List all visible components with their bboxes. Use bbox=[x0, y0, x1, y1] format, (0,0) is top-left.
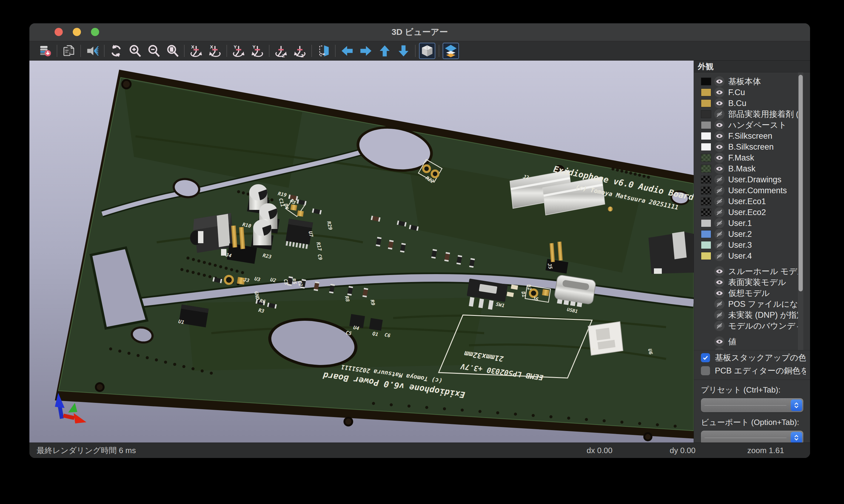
visibility-off-icon[interactable] bbox=[714, 196, 725, 206]
visibility-on-icon[interactable] bbox=[714, 87, 725, 97]
visibility-off-icon[interactable] bbox=[714, 321, 725, 331]
visibility-on-icon[interactable] bbox=[714, 347, 725, 350]
visibility-off-icon[interactable] bbox=[714, 207, 725, 217]
dropdown-stepper-icon[interactable] bbox=[791, 432, 802, 444]
visibility-on-icon[interactable] bbox=[714, 152, 725, 163]
layer-color-swatch[interactable] bbox=[701, 252, 711, 260]
layer-label: User.2 bbox=[728, 230, 752, 239]
layer-label: F.Silkscreen bbox=[728, 131, 773, 141]
dropdown-stepper-icon[interactable] bbox=[791, 399, 802, 411]
rotate-y-cw-button[interactable]: Y bbox=[230, 43, 247, 59]
visibility-on-icon[interactable] bbox=[714, 76, 725, 87]
layer-label: User.Eco1 bbox=[728, 197, 766, 206]
visibility-off-icon[interactable] bbox=[714, 218, 725, 228]
layer-color-swatch[interactable] bbox=[701, 143, 711, 151]
visibility-on-icon[interactable] bbox=[714, 277, 725, 287]
layer-list: 基板本体F.CuB.Cu部品実装用接着剤 (AdhハンダペーストF.Silksc… bbox=[694, 72, 810, 350]
visibility-on-icon[interactable] bbox=[714, 266, 725, 276]
layer-row: スルーホール モデル bbox=[694, 266, 810, 277]
visibility-off-icon[interactable] bbox=[714, 175, 725, 185]
visibility-on-icon[interactable] bbox=[714, 164, 725, 174]
checkbox-label: PCB エディターの銅色を使用 bbox=[715, 365, 806, 376]
move-left-button[interactable] bbox=[339, 43, 355, 59]
layer-label: モデルのバウンディング bbox=[728, 321, 801, 331]
flip-icon bbox=[316, 44, 330, 58]
visibility-off-icon[interactable] bbox=[714, 109, 725, 119]
layer-color-swatch[interactable] bbox=[701, 154, 711, 162]
zoom-in-button[interactable] bbox=[127, 43, 143, 59]
layer-color-swatch[interactable] bbox=[701, 110, 711, 118]
layer-row: 値 bbox=[694, 336, 810, 347]
appearance-toggle[interactable] bbox=[443, 43, 459, 59]
zoom-out-button[interactable] bbox=[145, 43, 162, 59]
layer-row: 仮想モデル bbox=[694, 288, 810, 299]
ref-designator: U1 bbox=[178, 318, 185, 325]
layer-row: User.Comments bbox=[694, 185, 810, 196]
layer-color-swatch[interactable] bbox=[701, 241, 711, 249]
dy-value: dy 0.00 bbox=[670, 443, 695, 458]
toolbar: X X Y Y Z Z bbox=[30, 41, 810, 60]
layer-color-swatch[interactable] bbox=[701, 230, 711, 238]
layer-label: B.Cu bbox=[728, 99, 746, 108]
rotate-z-cw-button[interactable]: Z bbox=[273, 43, 289, 59]
visibility-on-icon[interactable] bbox=[714, 288, 725, 298]
ref-designator: U3 bbox=[254, 276, 261, 283]
layer-color-swatch[interactable] bbox=[701, 88, 711, 96]
visibility-off-icon[interactable] bbox=[714, 229, 725, 239]
layer-color-swatch[interactable] bbox=[701, 186, 711, 195]
visibility-on-icon[interactable] bbox=[714, 337, 725, 347]
rotate-y-ccw-button[interactable]: Y bbox=[249, 43, 265, 59]
arrow-right-icon bbox=[359, 44, 373, 58]
checkbox-checked-icon[interactable] bbox=[701, 353, 710, 362]
toolbar-separator bbox=[269, 45, 270, 57]
layer-color-swatch[interactable] bbox=[701, 219, 711, 227]
layer-label: ハンダペースト bbox=[728, 120, 787, 130]
color-options: 基板スタックアップの色を使用PCB エディターの銅色を使用 bbox=[694, 350, 810, 377]
layer-label: 値 bbox=[728, 336, 736, 347]
redraw-button[interactable] bbox=[108, 43, 124, 59]
zoom-fit-button[interactable] bbox=[164, 43, 181, 59]
visibility-on-icon[interactable] bbox=[714, 131, 725, 141]
visibility-off-icon[interactable] bbox=[714, 185, 725, 196]
viewport-canvas[interactable]: Exidiophone v6.0 Audio Board (c) Tomoya … bbox=[30, 60, 694, 443]
visibility-off-icon[interactable] bbox=[714, 299, 725, 309]
rotate-x-ccw-icon: X bbox=[208, 44, 222, 58]
flip-board-button[interactable] bbox=[315, 43, 332, 59]
toolbar-separator bbox=[184, 45, 185, 57]
rotate-z-cw-icon: Z bbox=[274, 44, 288, 58]
layer-color-swatch[interactable] bbox=[701, 132, 711, 140]
reload-board-button[interactable] bbox=[37, 43, 53, 59]
scrollbar-thumb[interactable] bbox=[798, 75, 803, 291]
layer-color-swatch[interactable] bbox=[701, 165, 711, 173]
layer-color-swatch[interactable] bbox=[701, 176, 711, 183]
visibility-on-icon[interactable] bbox=[714, 98, 725, 108]
copy-image-button[interactable] bbox=[61, 43, 77, 59]
copy-icon bbox=[62, 44, 76, 58]
layer-row: ハンダペースト bbox=[694, 120, 810, 130]
visibility-off-icon[interactable] bbox=[714, 240, 725, 250]
visibility-on-icon[interactable] bbox=[714, 142, 725, 152]
layer-color-swatch[interactable] bbox=[701, 77, 711, 85]
rotate-z-ccw-button[interactable]: Z bbox=[292, 43, 308, 59]
rotate-x-ccw-button[interactable]: X bbox=[207, 43, 223, 59]
preset-dropdown[interactable] bbox=[701, 398, 803, 412]
layer-label: POS ファイルにないモ bbox=[728, 299, 801, 309]
layer-color-swatch[interactable] bbox=[701, 121, 711, 129]
move-up-button[interactable] bbox=[377, 43, 393, 59]
move-right-button[interactable] bbox=[358, 43, 374, 59]
move-down-button[interactable] bbox=[395, 43, 412, 59]
visibility-on-icon[interactable] bbox=[714, 120, 725, 130]
layer-color-swatch[interactable] bbox=[701, 197, 711, 205]
visibility-off-icon[interactable] bbox=[714, 310, 725, 320]
audio-jack-right bbox=[649, 231, 694, 274]
ref-designator: U2 bbox=[270, 276, 277, 284]
rotate-x-cw-button[interactable]: X bbox=[188, 43, 204, 59]
layer-color-swatch[interactable] bbox=[701, 100, 711, 107]
layer-color-swatch[interactable] bbox=[701, 209, 711, 216]
orthographic-toggle[interactable] bbox=[419, 43, 435, 59]
raytracing-button[interactable] bbox=[84, 43, 101, 59]
ref-designator: R8 bbox=[344, 295, 351, 302]
checkbox-unchecked-icon[interactable] bbox=[701, 366, 710, 375]
usb-connector bbox=[553, 274, 596, 309]
visibility-off-icon[interactable] bbox=[714, 251, 725, 261]
